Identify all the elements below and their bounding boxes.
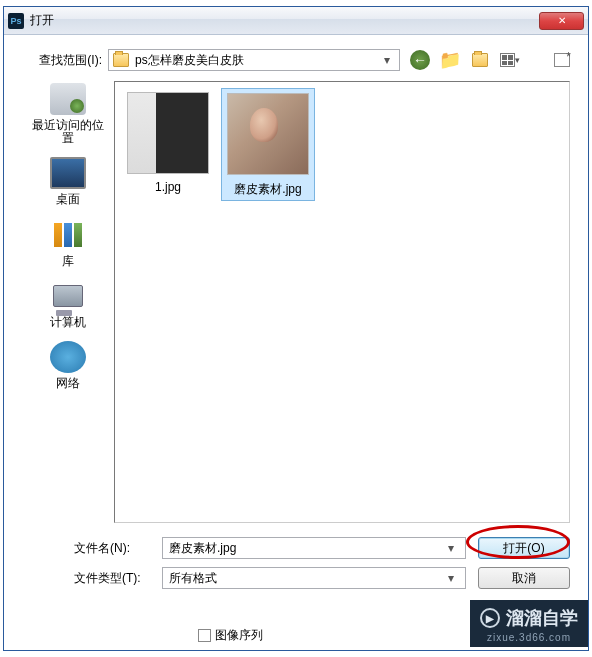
sidebar-item-recent[interactable]: 最近访问的位置 [28, 83, 108, 145]
chevron-down-icon[interactable]: ▾ [443, 541, 459, 555]
view-menu-button[interactable]: ▾ [500, 50, 520, 70]
places-sidebar: 最近访问的位置 桌面 库 计算机 网络 [22, 81, 114, 523]
close-icon: ✕ [558, 15, 566, 26]
filetype-label: 文件类型(T): [22, 570, 162, 587]
lookin-combo[interactable]: ps怎样磨皮美白皮肤 ▾ [108, 49, 400, 71]
sidebar-item-label: 网络 [56, 377, 80, 390]
watermark: ▶ 溜溜自学 zixue.3d66.com [470, 600, 588, 647]
titlebar[interactable]: Ps 打开 ✕ [4, 7, 588, 35]
nav-toolbar: ← 📁 ▾ [410, 50, 520, 70]
network-icon [50, 341, 86, 373]
chevron-down-icon[interactable]: ▾ [379, 53, 395, 67]
file-name: 磨皮素材.jpg [224, 181, 312, 198]
image-sequence-checkbox[interactable] [198, 629, 211, 642]
cancel-button[interactable]: 取消 [478, 567, 570, 589]
filetype-select[interactable]: 所有格式 ▾ [162, 567, 466, 589]
back-button[interactable]: ← [410, 50, 430, 70]
file-list[interactable]: 1.jpg 磨皮素材.jpg [114, 81, 570, 523]
open-dialog: Ps 打开 ✕ 查找范围(I): ps怎样磨皮美白皮肤 ▾ ← 📁 ▾ [3, 6, 589, 651]
filetype-row: 文件类型(T): 所有格式 ▾ 取消 [22, 567, 570, 589]
computer-icon [50, 280, 86, 312]
sidebar-item-desktop[interactable]: 桌面 [28, 157, 108, 206]
filename-label: 文件名(N): [22, 540, 162, 557]
sidebar-item-network[interactable]: 网络 [28, 341, 108, 390]
libraries-icon [50, 219, 86, 251]
dialog-body: 查找范围(I): ps怎样磨皮美白皮肤 ▾ ← 📁 ▾ [4, 35, 588, 650]
file-name: 1.jpg [123, 180, 213, 194]
lookin-path: ps怎样磨皮美白皮肤 [135, 52, 379, 69]
open-button[interactable]: 打开(O) [478, 537, 570, 559]
desktop-icon [50, 157, 86, 189]
file-item[interactable]: 1.jpg [121, 88, 215, 196]
image-sequence-label: 图像序列 [215, 627, 263, 644]
file-item-selected[interactable]: 磨皮素材.jpg [221, 88, 315, 201]
favorites-button[interactable] [554, 53, 570, 67]
filename-row: 文件名(N): 磨皮素材.jpg ▾ 打开(O) [22, 537, 570, 559]
photoshop-icon: Ps [8, 13, 24, 29]
new-folder-button[interactable] [470, 50, 490, 70]
middle-area: 最近访问的位置 桌面 库 计算机 网络 [22, 81, 570, 523]
chevron-down-icon[interactable]: ▾ [443, 571, 459, 585]
sidebar-item-label: 库 [62, 255, 74, 268]
sidebar-item-label: 桌面 [56, 193, 80, 206]
sidebar-item-computer[interactable]: 计算机 [28, 280, 108, 329]
play-icon: ▶ [480, 608, 500, 628]
window-title: 打开 [30, 12, 539, 29]
close-button[interactable]: ✕ [539, 12, 584, 30]
lookin-row: 查找范围(I): ps怎样磨皮美白皮肤 ▾ ← 📁 ▾ [22, 47, 570, 73]
sidebar-item-label: 计算机 [50, 316, 86, 329]
sidebar-item-label: 最近访问的位置 [28, 119, 108, 145]
up-one-level-button[interactable]: 📁 [440, 50, 460, 70]
file-thumbnail [227, 93, 309, 175]
recent-places-icon [50, 83, 86, 115]
sidebar-item-libraries[interactable]: 库 [28, 219, 108, 268]
filename-input[interactable]: 磨皮素材.jpg ▾ [162, 537, 466, 559]
file-thumbnail [127, 92, 209, 174]
folder-icon [113, 53, 129, 67]
lookin-label: 查找范围(I): [22, 52, 108, 69]
